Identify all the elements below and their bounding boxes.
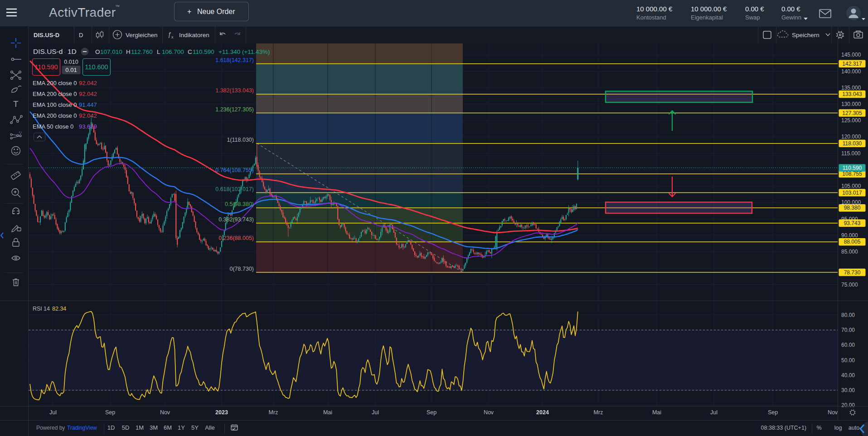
svg-text:Jul: Jul — [372, 409, 379, 416]
svg-text:14: 14 — [44, 306, 50, 312]
svg-text:RSI: RSI — [33, 306, 42, 312]
svg-text:Alle: Alle — [205, 424, 215, 431]
svg-text:Sep: Sep — [105, 409, 115, 416]
svg-text:80.00: 80.00 — [841, 312, 855, 318]
svg-text:127.305: 127.305 — [842, 110, 862, 116]
svg-text:EMA 200 close 0: EMA 200 close 0 — [33, 112, 77, 119]
svg-text:0.01: 0.01 — [65, 67, 77, 73]
svg-text:Powered by: Powered by — [36, 425, 65, 431]
svg-text:H: H — [126, 48, 131, 55]
svg-text:60.00: 60.00 — [841, 342, 855, 348]
svg-text:0.236(88.005): 0.236(88.005) — [218, 235, 254, 241]
svg-text:93.743: 93.743 — [844, 220, 861, 226]
svg-text:2024: 2024 — [536, 409, 549, 416]
svg-text:Sep: Sep — [768, 409, 778, 416]
svg-text:90.000: 90.000 — [841, 232, 858, 239]
svg-text:78.730: 78.730 — [844, 269, 861, 276]
svg-text:log: log — [834, 425, 842, 431]
svg-text:L: L — [157, 48, 160, 55]
svg-text:1.236(127.305): 1.236(127.305) — [215, 106, 254, 113]
svg-text:Jul: Jul — [710, 409, 718, 416]
svg-text:5D: 5D — [122, 424, 130, 431]
svg-text:145.000: 145.000 — [841, 52, 861, 58]
svg-text:Nov: Nov — [160, 409, 170, 416]
svg-text:08:38:33 (UTC+1): 08:38:33 (UTC+1) — [761, 425, 806, 431]
svg-text:110.590: 110.590 — [34, 63, 58, 71]
svg-text:Jul: Jul — [49, 409, 57, 416]
svg-text:·: · — [64, 49, 66, 55]
svg-text:TradingView: TradingView — [67, 425, 97, 431]
svg-text:Mrz: Mrz — [594, 409, 603, 416]
svg-text:50.00: 50.00 — [841, 357, 855, 364]
svg-text:EMA 100 close 0: EMA 100 close 0 — [33, 101, 77, 108]
svg-text:Nov: Nov — [484, 409, 494, 416]
svg-text:1M: 1M — [136, 424, 144, 431]
svg-text:C: C — [188, 48, 192, 55]
svg-text:0.010: 0.010 — [64, 59, 78, 65]
svg-text:20.00: 20.00 — [841, 402, 855, 408]
svg-text:130.000: 130.000 — [841, 101, 861, 107]
svg-text:98.380: 98.380 — [844, 205, 861, 211]
svg-text:110.590: 110.590 — [193, 48, 214, 55]
svg-text:92.042: 92.042 — [79, 91, 97, 97]
svg-text:107.010: 107.010 — [100, 48, 122, 55]
svg-text:125.000: 125.000 — [841, 117, 861, 124]
svg-text:Mrz: Mrz — [269, 409, 278, 416]
svg-text:+11.340 (+11.43%): +11.340 (+11.43%) — [218, 48, 270, 55]
svg-text:1.382(133.043): 1.382(133.043) — [215, 87, 254, 94]
svg-text:110.600: 110.600 — [85, 63, 108, 71]
svg-text:EMA 50 close 0: EMA 50 close 0 — [33, 123, 73, 130]
svg-text:EMA 200 close 0: EMA 200 close 0 — [33, 91, 77, 97]
svg-text:82.34: 82.34 — [52, 306, 66, 312]
svg-text:103.017: 103.017 — [842, 190, 862, 196]
svg-text:30.00: 30.00 — [841, 387, 855, 393]
svg-text:5Y: 5Y — [191, 424, 199, 431]
svg-text:0.764(108.755): 0.764(108.755) — [215, 167, 254, 173]
svg-text:1(118.030): 1(118.030) — [227, 137, 254, 143]
svg-text:85.000: 85.000 — [841, 249, 858, 255]
svg-text:0.5(98.380): 0.5(98.380) — [225, 201, 254, 207]
svg-text:135.000: 135.000 — [841, 85, 861, 91]
svg-text:88.005: 88.005 — [844, 239, 861, 245]
svg-text:105.000: 105.000 — [841, 183, 861, 189]
svg-text:2023: 2023 — [215, 409, 228, 416]
svg-text:DIS.US-d: DIS.US-d — [33, 48, 63, 55]
svg-text:133.043: 133.043 — [842, 91, 862, 97]
svg-text:70.00: 70.00 — [841, 327, 855, 333]
svg-text:%: % — [816, 425, 821, 431]
svg-text:1D: 1D — [107, 424, 115, 431]
svg-text:0(78.730): 0(78.730) — [229, 266, 254, 272]
svg-text:40.00: 40.00 — [841, 372, 855, 379]
svg-text:91.447: 91.447 — [79, 101, 97, 108]
svg-text:1D: 1D — [68, 48, 77, 55]
svg-text:106.700: 106.700 — [162, 48, 184, 55]
svg-text:92.042: 92.042 — [79, 80, 97, 86]
svg-text:Nov: Nov — [828, 409, 838, 416]
svg-text:Mai: Mai — [323, 409, 332, 416]
svg-text:120.000: 120.000 — [841, 134, 861, 140]
svg-text:3M: 3M — [150, 424, 158, 431]
svg-text:O: O — [95, 48, 100, 55]
svg-text:6M: 6M — [164, 424, 172, 431]
svg-text:0.382(93.743): 0.382(93.743) — [218, 216, 254, 223]
svg-text:Mai: Mai — [652, 409, 661, 416]
svg-text:1.618(142.317): 1.618(142.317) — [215, 57, 254, 63]
svg-text:142.317: 142.317 — [842, 61, 862, 67]
svg-text:1Y: 1Y — [178, 424, 185, 431]
svg-text:118.030: 118.030 — [843, 140, 862, 147]
svg-text:auto: auto — [849, 425, 859, 431]
svg-text:93.619: 93.619 — [79, 123, 97, 130]
svg-text:112.760: 112.760 — [131, 48, 153, 55]
svg-text:Sep: Sep — [427, 409, 436, 416]
svg-text:EMA 200 close 0: EMA 200 close 0 — [33, 80, 77, 86]
svg-text:92.042: 92.042 — [79, 112, 97, 119]
svg-text:75.000: 75.000 — [841, 282, 858, 288]
svg-text:110.590: 110.590 — [843, 165, 862, 171]
svg-text:108.755: 108.755 — [842, 171, 862, 177]
svg-text:115.000: 115.000 — [841, 150, 861, 157]
svg-text:140.000: 140.000 — [841, 68, 861, 75]
svg-text:0.618(103.017): 0.618(103.017) — [215, 186, 254, 192]
